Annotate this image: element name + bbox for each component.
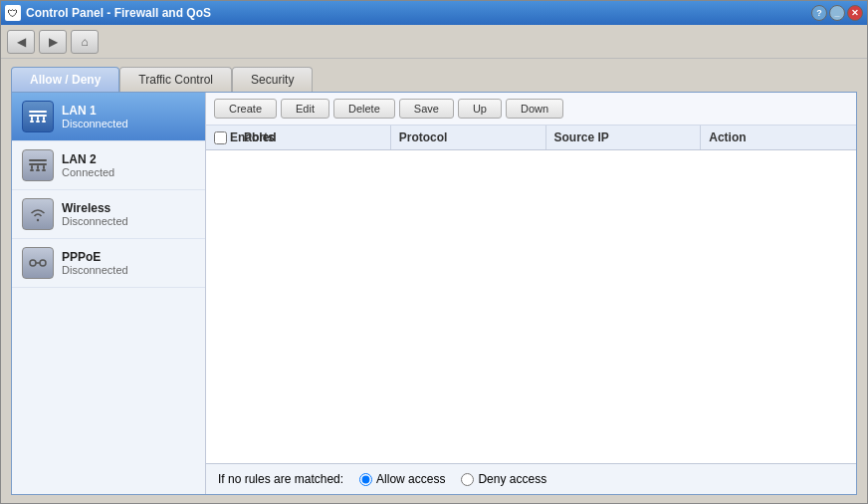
title-bar-left: 🛡 Control Panel - Firewall and QoS (5, 5, 211, 21)
save-button[interactable]: Save (399, 99, 454, 119)
wireless-icon (22, 198, 54, 230)
right-panel: Create Edit Delete Save Up Down Enabled (206, 93, 856, 494)
table-body (206, 150, 856, 463)
deny-access-option[interactable]: Deny access (461, 472, 546, 486)
delete-button[interactable]: Delete (333, 99, 395, 119)
title-bar: 🛡 Control Panel - Firewall and QoS ? _ ✕ (1, 1, 867, 25)
sidebar-item-wireless[interactable]: Wireless Disconnected (12, 190, 205, 239)
sidebar-item-lan2[interactable]: LAN 2 Connected (12, 141, 205, 190)
lan2-status: Connected (62, 166, 114, 178)
svg-point-17 (30, 260, 36, 266)
up-button[interactable]: Up (458, 99, 502, 119)
allow-label: Allow access (376, 472, 445, 486)
pppoe-status: Disconnected (62, 264, 128, 276)
main-window: 🛡 Control Panel - Firewall and QoS ? _ ✕… (0, 0, 868, 504)
down-button[interactable]: Down (506, 99, 563, 119)
create-button[interactable]: Create (214, 99, 277, 119)
sidebar-item-pppoe[interactable]: PPPoE Disconnected (12, 239, 205, 288)
content-area: Allow / Deny Traffic Control Security (1, 59, 867, 503)
edit-button[interactable]: Edit (281, 99, 329, 119)
lan2-icon (22, 149, 54, 181)
tab-allow-deny[interactable]: Allow / Deny (11, 67, 119, 92)
wireless-info: Wireless Disconnected (62, 201, 128, 227)
back-button[interactable]: ◀ (7, 30, 35, 54)
svg-rect-13 (30, 169, 34, 171)
tab-security[interactable]: Security (232, 67, 313, 92)
lan1-icon (22, 101, 54, 132)
th-protocol: Protocol (391, 126, 546, 149)
svg-rect-10 (31, 165, 33, 169)
lan1-name: LAN 1 (62, 104, 128, 118)
lan1-status: Disconnected (62, 118, 128, 129)
lan2-info: LAN 2 Connected (62, 152, 114, 178)
sidebar-item-lan1[interactable]: LAN 1 Disconnected (12, 93, 205, 141)
title-bar-buttons: ? _ ✕ (811, 5, 863, 21)
allow-radio[interactable] (359, 473, 372, 486)
svg-rect-7 (36, 121, 40, 123)
svg-point-16 (37, 219, 39, 221)
svg-rect-8 (29, 163, 47, 165)
select-all-checkbox[interactable] (214, 131, 227, 144)
th-source-ip: Source IP (546, 126, 702, 149)
svg-rect-4 (37, 117, 39, 121)
allow-access-option[interactable]: Allow access (359, 472, 445, 486)
home-button[interactable]: ⌂ (71, 30, 99, 54)
svg-rect-9 (29, 159, 47, 161)
tabs: Allow / Deny Traffic Control Security (11, 67, 857, 92)
no-match-label: If no rules are matched: (218, 472, 343, 486)
pppoe-info: PPPoE Disconnected (62, 250, 128, 276)
pppoe-icon (22, 247, 54, 279)
deny-label: Deny access (478, 472, 546, 486)
pppoe-name: PPPoE (62, 250, 128, 264)
svg-rect-1 (29, 111, 47, 113)
minimize-button[interactable]: _ (829, 5, 845, 21)
footer-bar: If no rules are matched: Allow access De… (206, 463, 856, 494)
th-ports: Ports (236, 126, 391, 149)
main-panel: LAN 1 Disconnected (11, 92, 857, 495)
svg-rect-14 (42, 169, 46, 171)
th-enabled-check: Enabled (206, 126, 236, 149)
lan1-info: LAN 1 Disconnected (62, 104, 128, 129)
deny-radio[interactable] (461, 473, 474, 486)
app-icon: 🛡 (5, 5, 21, 21)
wireless-name: Wireless (62, 201, 128, 215)
action-bar: Create Edit Delete Save Up Down (206, 93, 856, 126)
help-button[interactable]: ? (811, 5, 827, 21)
svg-rect-5 (30, 121, 34, 123)
tab-traffic-control[interactable]: Traffic Control (119, 67, 232, 92)
svg-point-18 (40, 260, 46, 266)
svg-rect-0 (29, 115, 47, 117)
table-header: Enabled Ports Protocol Source IP Action (206, 126, 856, 150)
panel-inner: LAN 1 Disconnected (12, 93, 856, 494)
th-action: Action (701, 126, 856, 149)
svg-rect-3 (43, 117, 45, 121)
toolbar: ◀ ▶ ⌂ (1, 25, 867, 59)
wireless-status: Disconnected (62, 215, 128, 227)
svg-rect-12 (37, 165, 39, 169)
lan2-name: LAN 2 (62, 152, 114, 166)
svg-rect-2 (31, 117, 33, 121)
svg-rect-6 (42, 121, 46, 123)
svg-rect-15 (36, 169, 40, 171)
close-button[interactable]: ✕ (847, 5, 863, 21)
forward-button[interactable]: ▶ (39, 30, 67, 54)
sidebar: LAN 1 Disconnected (12, 93, 206, 494)
window-title: Control Panel - Firewall and QoS (26, 6, 211, 20)
svg-rect-11 (43, 165, 45, 169)
